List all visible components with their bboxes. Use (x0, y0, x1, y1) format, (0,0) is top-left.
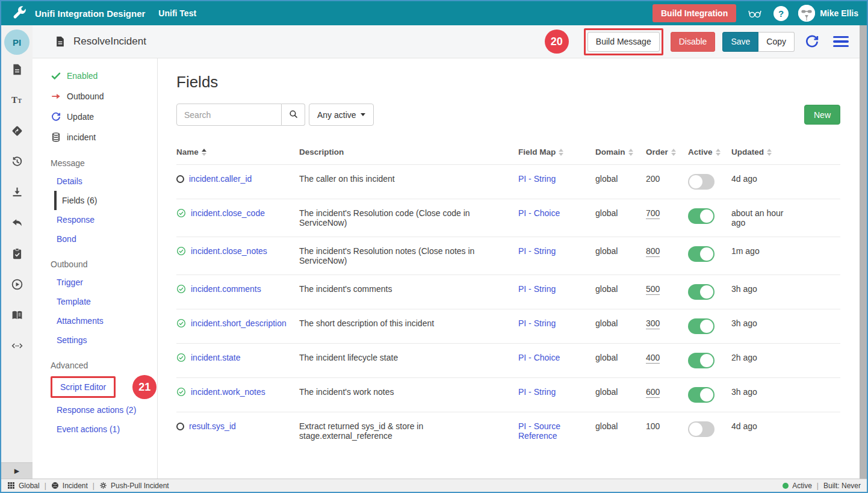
build-message-button[interactable]: Build Message (587, 32, 660, 52)
statusbar-global[interactable]: Global (7, 482, 40, 490)
play-circle-icon[interactable] (11, 278, 23, 291)
sort-carets-icon (559, 149, 563, 156)
column-header-active[interactable]: Active (688, 147, 727, 157)
active-toggle[interactable] (688, 246, 715, 262)
sidebar-item-details[interactable]: Details (33, 172, 157, 191)
sidebar-item-attachments[interactable]: Attachments (33, 311, 157, 330)
share-icon[interactable] (11, 125, 23, 137)
hamburger-menu-icon[interactable] (833, 36, 849, 48)
active-filter-dropdown[interactable]: Any active (309, 104, 374, 126)
sidebar-item-event-actions-1[interactable]: Event actions (1) (33, 420, 157, 439)
book-icon[interactable] (11, 309, 23, 321)
integration-avatar[interactable]: PI (4, 29, 29, 55)
column-label: Updated (731, 147, 764, 157)
sidebar-item-trigger[interactable]: Trigger (33, 273, 157, 292)
clipboard-check-icon[interactable] (11, 247, 23, 260)
sidebar-item-bond[interactable]: Bond (33, 229, 157, 249)
field-map-link[interactable]: PI - String (518, 284, 556, 294)
column-header-order[interactable]: Order (646, 147, 683, 157)
glasses-icon[interactable] (746, 6, 764, 20)
environment-name[interactable]: Unifi Test (158, 8, 196, 18)
column-header-domain[interactable]: Domain (595, 147, 641, 157)
sidebar-item-response-actions-2[interactable]: Response actions (2) (33, 400, 157, 420)
reply-icon[interactable] (11, 217, 23, 229)
active-toggle[interactable] (688, 318, 715, 334)
order-link[interactable]: 400 (646, 353, 660, 364)
sidebar-item-response[interactable]: Response (33, 210, 157, 229)
active-toggle[interactable] (688, 174, 715, 190)
disable-button[interactable]: Disable (671, 32, 716, 52)
field-map-link[interactable]: PI - Choice (518, 353, 560, 362)
field-map-link[interactable]: PI - String (518, 387, 556, 397)
avatar (798, 5, 815, 22)
field-domain: global (595, 353, 641, 362)
new-button[interactable]: New (804, 105, 840, 125)
order-link[interactable]: 800 (646, 246, 660, 257)
status-label: incident (67, 132, 96, 142)
history-icon[interactable] (11, 155, 23, 168)
field-name-link[interactable]: result.sys_id (189, 421, 236, 431)
statusbar-push-pull-incident[interactable]: Push-Pull Incident (99, 482, 169, 490)
file-icon[interactable] (11, 63, 23, 76)
column-header-updated[interactable]: Updated (731, 147, 798, 157)
top-navbar: Unifi Integration Designer Unifi Test Bu… (1, 1, 867, 25)
column-header-field-map[interactable]: Field Map (518, 147, 591, 157)
active-toggle[interactable] (688, 421, 715, 437)
field-map-link[interactable]: PI - Choice (518, 208, 560, 218)
help-icon[interactable]: ? (773, 6, 789, 21)
search-input[interactable] (176, 104, 282, 126)
annotation-rect-build-message: 20 Build Message (584, 28, 663, 55)
status-label: Outbound (67, 91, 104, 101)
field-map-link[interactable]: PI - Source Reference (518, 421, 560, 441)
order-link[interactable]: 700 (646, 208, 660, 219)
sidebar-status-outbound: Outbound (33, 86, 157, 107)
download-icon[interactable] (11, 186, 23, 199)
sidebar-item-template[interactable]: Template (33, 292, 157, 311)
copy-button[interactable]: Copy (758, 32, 795, 52)
check-circle-icon (176, 246, 186, 256)
order-value: 200 (646, 174, 660, 184)
updated-timestamp: about an hour ago (731, 208, 798, 228)
field-name-link[interactable]: incident.close_code (191, 208, 265, 218)
updated-timestamp: 3h ago (731, 387, 798, 397)
sidebar-item-script-editor[interactable]: Script Editor (54, 380, 112, 394)
search-button[interactable] (282, 104, 305, 126)
field-map-link[interactable]: PI - String (518, 246, 556, 256)
field-map-link[interactable]: PI - String (518, 318, 556, 328)
table-row: incident.caller_idThe caller on this inc… (176, 164, 840, 199)
order-link[interactable]: 500 (646, 284, 660, 295)
code-icon[interactable] (11, 340, 23, 352)
main-panel: Fields Any active New NameDescr (158, 58, 867, 479)
order-link[interactable]: 600 (646, 387, 660, 398)
sidebar-collapse-button[interactable]: ▶ (1, 462, 33, 479)
statusbar-incident[interactable]: Incident (51, 482, 88, 490)
separator: | (93, 482, 95, 490)
field-name-link[interactable]: incident.caller_id (189, 174, 252, 184)
field-name-link[interactable]: incident.state (191, 353, 241, 362)
updated-timestamp: 1m ago (731, 246, 798, 256)
active-status-dot (783, 483, 789, 489)
sidebar-item-fields-6[interactable]: Fields (6) (54, 191, 157, 210)
user-menu[interactable]: Mike Ellis (798, 5, 858, 22)
field-name-link[interactable]: incident.work_notes (191, 387, 265, 397)
toggle-knob (700, 247, 713, 261)
active-toggle[interactable] (688, 284, 715, 300)
refresh-icon[interactable] (804, 34, 820, 49)
column-header-description[interactable]: Description (299, 147, 513, 157)
column-header-name[interactable]: Name (176, 147, 294, 157)
field-name-link[interactable]: incident.short_description (191, 318, 287, 328)
circle-empty-icon (176, 175, 184, 183)
sidebar-item-settings[interactable]: Settings (33, 330, 157, 350)
vertical-scrollbar[interactable] (860, 25, 867, 479)
order-link[interactable]: 300 (646, 318, 660, 329)
field-map-link[interactable]: PI - String (518, 174, 556, 184)
active-toggle[interactable] (688, 208, 715, 224)
field-name-link[interactable]: incident.comments (191, 284, 261, 294)
build-integration-button[interactable]: Build Integration (653, 4, 736, 22)
active-toggle[interactable] (688, 353, 715, 368)
separator: | (817, 482, 819, 490)
text-icon[interactable]: TT (11, 94, 23, 107)
active-toggle[interactable] (688, 387, 715, 403)
save-button[interactable]: Save (722, 32, 758, 52)
field-name-link[interactable]: incident.close_notes (191, 246, 267, 256)
